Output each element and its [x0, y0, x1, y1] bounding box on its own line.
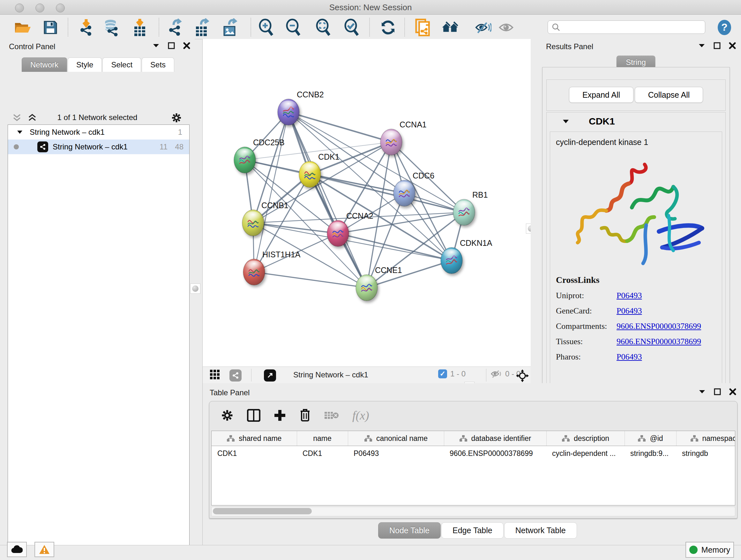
column-header-namespace[interactable]: namespace: [676, 431, 735, 446]
selected-nodes-indicator[interactable]: ✓ 1 - 0: [438, 369, 466, 378]
export-image-button[interactable]: [221, 19, 238, 36]
crosslink-link[interactable]: 9606.ENSP00000378699: [616, 337, 701, 347]
show-columns-icon[interactable]: [247, 409, 260, 422]
table-cell[interactable]: 9606.ENSP00000378699: [444, 446, 546, 461]
zoom-selected-button[interactable]: [343, 19, 360, 36]
show-hidden-button[interactable]: [498, 19, 515, 36]
network-view-canvas[interactable]: CCNB2CCNA1CDC25BCDK1CDC6RB1CCNB1CCNA2CDK…: [202, 39, 531, 367]
float-panel-icon[interactable]: [714, 388, 721, 395]
crosslink-link[interactable]: P06493: [616, 306, 642, 316]
table-cell[interactable]: CDK1: [297, 446, 348, 461]
column-header-id[interactable]: @id: [624, 431, 676, 446]
collapse-entry-arrow-icon[interactable]: [562, 119, 569, 124]
grid-view-button[interactable]: [210, 369, 220, 380]
crosslink-link[interactable]: P06493: [616, 291, 642, 300]
search-field[interactable]: [548, 20, 705, 34]
svg-text:?: ?: [721, 21, 728, 33]
save-session-button[interactable]: [42, 19, 59, 36]
table-cell[interactable]: stringdb: [676, 446, 735, 461]
table-cell[interactable]: P06493: [348, 446, 444, 461]
zoom-out-button[interactable]: [285, 19, 301, 36]
import-network-database-button[interactable]: [103, 19, 119, 36]
export-table-button[interactable]: [193, 19, 210, 36]
node-RB1[interactable]: RB1: [453, 190, 488, 226]
node-CDKN1A[interactable]: CDKN1A: [441, 239, 492, 273]
open-session-button[interactable]: [14, 19, 30, 36]
tree-expand-arrow-icon[interactable]: [17, 130, 23, 134]
import-network-file-button[interactable]: [78, 19, 94, 36]
scrollbar-thumb[interactable]: [213, 508, 312, 514]
crosslink-link[interactable]: P06493: [616, 352, 642, 362]
expand-all-button[interactable]: Expand All: [569, 87, 633, 103]
float-panel-icon[interactable]: [168, 42, 175, 49]
node-CCNA1[interactable]: CCNA1: [381, 120, 427, 155]
tab-network-table[interactable]: Network Table: [504, 522, 577, 539]
column-header-shared-name[interactable]: shared name: [212, 431, 297, 446]
string-view-button[interactable]: [229, 369, 242, 381]
hide-selected-button[interactable]: [475, 19, 491, 36]
table-cell[interactable]: stringdb:9...: [624, 446, 676, 461]
tab-node-table[interactable]: Node Table: [378, 522, 441, 539]
export-network-button[interactable]: [166, 19, 183, 36]
network-graph[interactable]: CCNB2CCNA1CDC25BCDK1CDC6RB1CCNB1CCNA2CDK…: [203, 39, 531, 367]
table-cell[interactable]: cyclin-dependent ...: [546, 446, 624, 461]
edge-HIST1H1A-CCNE1[interactable]: [254, 272, 367, 288]
memory-button[interactable]: Memory: [685, 542, 734, 558]
table-options-gear-icon[interactable]: [221, 409, 233, 422]
function-builder-icon[interactable]: f(x): [352, 408, 369, 422]
close-panel-icon[interactable]: [183, 42, 190, 49]
left-splitter-handle[interactable]: [190, 284, 200, 294]
edge-CCNB2-CCNE1[interactable]: [288, 112, 367, 288]
import-table-file-button[interactable]: [131, 19, 148, 36]
table-cell[interactable]: CDK1: [212, 446, 297, 461]
collapse-all-button[interactable]: Collapse All: [635, 87, 703, 103]
network-row[interactable]: String Network – cdk1 11 48: [8, 139, 189, 154]
cloud-status-button[interactable]: [7, 542, 27, 557]
apply-layout-button[interactable]: [380, 19, 396, 36]
panel-menu-icon[interactable]: [152, 44, 159, 48]
float-panel-icon[interactable]: [714, 42, 721, 49]
column-header-canonical-name[interactable]: canonical name: [348, 431, 444, 446]
node-table[interactable]: shared namenamecanonical namedatabase id…: [211, 431, 735, 505]
edge-CCNB1-CCNA2[interactable]: [253, 223, 338, 233]
network-options-gear-icon[interactable]: [171, 112, 182, 123]
network-collection-row[interactable]: String Network – cdk1 1: [8, 125, 189, 139]
close-panel-icon[interactable]: [729, 42, 736, 49]
delete-table-icon[interactable]: [324, 410, 339, 421]
show-all-views-button[interactable]: [442, 19, 458, 36]
create-column-icon[interactable]: [274, 409, 286, 422]
warnings-button[interactable]: [35, 542, 54, 557]
network-view-toolbar: String Network – cdk1 ✓ 1 - 0 0 - 0: [202, 367, 531, 383]
zoom-in-button[interactable]: [258, 19, 274, 36]
tab-select[interactable]: Select: [103, 57, 141, 72]
clone-network-button[interactable]: [415, 19, 431, 36]
navigator-button[interactable]: [264, 369, 276, 381]
tab-edge-table[interactable]: Edge Table: [441, 522, 503, 539]
table-row[interactable]: CDK1CDK1P064939606.ENSP00000378699cyclin…: [212, 446, 735, 461]
zoom-fit-button[interactable]: [315, 19, 331, 36]
crosslink-link[interactable]: 9606.ENSP00000378699: [616, 321, 701, 331]
table-toolbar: f(x): [209, 401, 737, 429]
fit-selected-button[interactable]: [516, 369, 529, 382]
panel-menu-icon[interactable]: [698, 44, 705, 48]
search-input[interactable]: [562, 23, 705, 32]
panel-menu-icon[interactable]: [698, 389, 705, 394]
edge-CCNA2-CDKN1A[interactable]: [338, 233, 452, 260]
table-horizontal-scrollbar[interactable]: [211, 507, 735, 516]
node-label-CDK1: CDK1: [318, 152, 340, 161]
column-header-name[interactable]: name: [297, 431, 348, 446]
toolbar-separator: [251, 18, 251, 37]
tab-style[interactable]: Style: [68, 57, 102, 72]
node-HIST1H1A[interactable]: HIST1H1A: [243, 250, 300, 285]
tab-sets[interactable]: Sets: [142, 57, 174, 72]
column-header-database-identifier[interactable]: database identifier: [444, 431, 546, 446]
column-header-description[interactable]: description: [546, 431, 624, 446]
delete-column-icon[interactable]: [299, 409, 311, 422]
node-result-header[interactable]: CDK1: [547, 112, 725, 130]
close-panel-icon[interactable]: [729, 388, 736, 395]
help-button[interactable]: ?: [716, 19, 733, 36]
tab-network[interactable]: Network: [22, 57, 67, 72]
edge-CCNB2-CCNA1[interactable]: [288, 112, 391, 142]
edge-CCNB2-HIST1H1A[interactable]: [254, 112, 288, 272]
edge-CCNB2-RB1[interactable]: [288, 112, 464, 212]
